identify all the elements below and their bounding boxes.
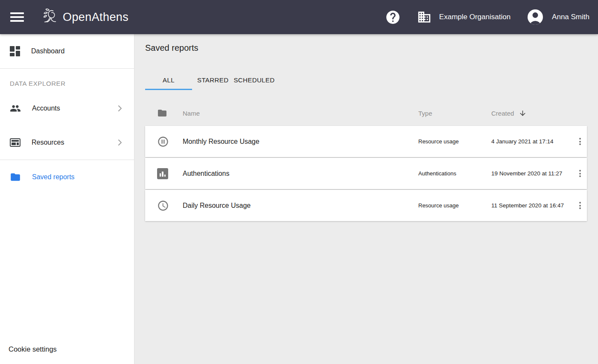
report-created: 4 January 2021 at 17:14 [491, 138, 573, 145]
column-header-created[interactable]: Created [491, 109, 573, 117]
building-icon [417, 10, 432, 24]
tab-label: STARRED [197, 76, 228, 84]
tab-all[interactable]: ALL [145, 70, 192, 90]
tab-label: SCHEDULED [233, 76, 274, 84]
sidebar-item-label: Resources [32, 139, 64, 146]
folder-icon [157, 108, 167, 118]
header-folder-cell [145, 108, 183, 118]
topbar-right: Example Organisation Anna Smith [385, 9, 589, 25]
row-icon-cell [145, 168, 183, 179]
arrow-down-icon [519, 109, 527, 117]
folder-icon [10, 172, 21, 183]
cookie-settings-link[interactable]: Cookie settings [9, 345, 57, 353]
tab-label: ALL [163, 76, 175, 84]
brand-logo[interactable]: OpenAthens [41, 7, 128, 27]
row-menu-kebab-icon[interactable] [578, 200, 583, 211]
sidebar-item-accounts[interactable]: Accounts [0, 91, 134, 125]
sidebar-section-label: DATA EXPLORER [0, 69, 134, 91]
main-content: Saved reports ALL STARRED SCHEDULED Name… [135, 34, 598, 364]
report-type: Authentications [418, 170, 491, 177]
page-title: Saved reports [145, 43, 587, 53]
chevron-right-icon[interactable] [115, 137, 125, 148]
sidebar-item-resources[interactable]: Resources [0, 125, 134, 160]
table-header: Name Type Created [145, 100, 587, 126]
row-icon-cell [145, 136, 183, 148]
table-row[interactable]: Daily Resource Usage Resource usage 11 S… [145, 190, 587, 221]
avatar-icon [528, 9, 543, 25]
bar-chart-icon [157, 168, 168, 179]
sidebar-item-saved-reports[interactable]: Saved reports [0, 160, 134, 194]
topbar: OpenAthens Example Organisation Anna Smi… [0, 0, 598, 34]
row-icon-cell [145, 200, 183, 212]
row-menu-kebab-icon[interactable] [578, 136, 583, 147]
tab-scheduled[interactable]: SCHEDULED [233, 70, 274, 90]
report-created: 19 November 2020 at 11:27 [491, 170, 573, 177]
hamburger-menu-icon[interactable] [10, 12, 24, 22]
web-grid-icon [10, 138, 20, 147]
organisation-name: Example Organisation [439, 13, 510, 21]
organisation-switcher[interactable]: Example Organisation [417, 10, 510, 24]
people-icon [10, 103, 21, 114]
tab-starred[interactable]: STARRED [197, 70, 228, 90]
sidebar-item-label: Accounts [32, 105, 60, 112]
column-header-type: Type [418, 110, 491, 117]
column-header-name: Name [183, 110, 418, 117]
report-type: Resource usage [418, 202, 491, 209]
user-name: Anna Smith [552, 13, 589, 21]
report-created: 11 September 2020 at 16:47 [491, 202, 573, 209]
report-name: Monthly Resource Usage [183, 138, 418, 146]
sidebar-item-label: Dashboard [31, 47, 64, 55]
table-row[interactable]: Monthly Resource Usage Resource usage 4 … [145, 126, 587, 157]
report-type: Resource usage [418, 138, 491, 145]
clock-icon [157, 200, 169, 212]
table-row[interactable]: Authentications Authentications 19 Novem… [145, 158, 587, 189]
column-header-created-label: Created [491, 110, 514, 117]
openathens-flourish-icon [41, 7, 60, 27]
user-menu[interactable]: Anna Smith [528, 9, 589, 25]
help-icon[interactable] [385, 9, 401, 25]
tab-bar: ALL STARRED SCHEDULED [145, 70, 587, 90]
chevron-right-icon[interactable] [115, 103, 125, 114]
report-name: Authentications [183, 170, 418, 178]
dashboard-icon [10, 46, 20, 56]
sidebar-item-label: Saved reports [32, 173, 75, 181]
pause-circle-icon [157, 136, 169, 148]
sidebar: Dashboard DATA EXPLORER Accounts Resourc… [0, 34, 134, 364]
brand-name: OpenAthens [63, 11, 128, 24]
report-name: Daily Resource Usage [183, 202, 418, 210]
sidebar-item-dashboard[interactable]: Dashboard [0, 34, 134, 68]
row-menu-kebab-icon[interactable] [578, 168, 583, 179]
